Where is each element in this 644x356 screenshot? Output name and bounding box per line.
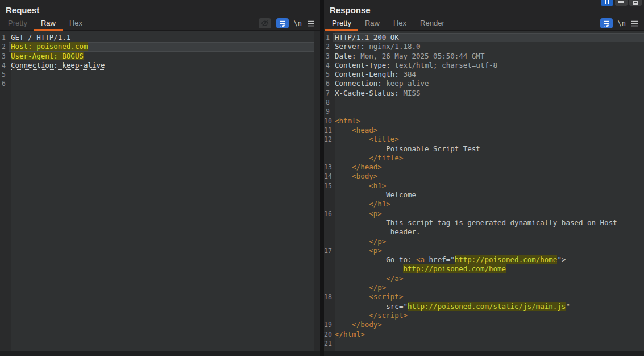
code-segment: Connection: xyxy=(335,79,382,88)
line-number: 8 xyxy=(324,98,333,107)
code-line[interactable]: 1GET / HTTP/1.1 xyxy=(0,33,320,42)
code-line[interactable]: 3Date: Mon, 26 May 2025 05:50:44 GMT xyxy=(324,52,644,61)
code-line[interactable]: </script> xyxy=(324,311,644,320)
code-text: Content-Type: text/html; charset=utf-8 xyxy=(333,61,644,70)
code-line[interactable]: 4Connection: keep-alive xyxy=(0,61,320,70)
highlighted-text: User-Agent: BOGUS xyxy=(11,52,84,60)
request-tab-hex[interactable]: Hex xyxy=(63,17,89,31)
soft-wrap-button[interactable] xyxy=(276,18,289,28)
pause-icon xyxy=(605,0,609,6)
minimize-button[interactable] xyxy=(615,0,628,6)
request-tab-pretty[interactable]: Pretty xyxy=(1,17,34,31)
newline-toggle[interactable]: \n xyxy=(294,19,302,27)
visibility-off-button[interactable] xyxy=(259,18,271,28)
code-line[interactable]: 20</html> xyxy=(324,330,644,339)
code-line[interactable]: 12 <title> xyxy=(324,135,644,144)
code-text: </p> xyxy=(333,237,644,246)
response-horizontal-scrollbar[interactable] xyxy=(324,351,644,356)
line-number: 5 xyxy=(0,70,9,79)
response-tab-pretty[interactable]: Pretty xyxy=(325,17,358,31)
code-text: <html> xyxy=(333,117,644,126)
code-segment: Content-Type: xyxy=(335,61,390,69)
request-vertical-scrollbar[interactable] xyxy=(314,31,320,351)
code-segment xyxy=(335,283,369,292)
request-editor[interactable]: 1GET / HTTP/1.12Host: poisoned.com3User-… xyxy=(0,31,320,356)
code-line[interactable]: 6 xyxy=(0,79,320,88)
request-header: Request Pretty Raw Hex \n xyxy=(0,0,320,31)
code-segment: src=" xyxy=(335,302,408,311)
code-line[interactable]: </h1> xyxy=(324,200,644,209)
code-line[interactable]: Go to: <a href="http://poisoned.com/home… xyxy=(324,255,644,264)
code-segment: keep-alive xyxy=(382,79,429,88)
eye-off-icon xyxy=(261,20,269,27)
code-text: http://poisoned.com/home xyxy=(333,264,644,274)
request-toolbar: \n xyxy=(259,18,314,28)
menu-icon[interactable] xyxy=(631,20,638,27)
code-segment: Date: xyxy=(335,52,356,60)
response-tab-hex[interactable]: Hex xyxy=(387,17,413,31)
code-line[interactable]: </a> xyxy=(324,274,644,283)
code-line[interactable]: 2Host: poisoned.com xyxy=(0,42,320,51)
line-number: 19 xyxy=(324,320,333,329)
code-line[interactable]: Welcome xyxy=(324,191,644,200)
code-line[interactable]: 10<html> xyxy=(324,117,644,126)
line-number: 4 xyxy=(324,61,333,70)
code-line[interactable]: 6Connection: keep-alive xyxy=(324,79,644,88)
request-horizontal-scrollbar[interactable] xyxy=(0,351,320,356)
menu-icon[interactable] xyxy=(307,20,314,27)
code-line[interactable]: </p> xyxy=(324,283,644,292)
code-text: <h1> xyxy=(333,181,644,191)
newline-toggle[interactable]: \n xyxy=(618,19,626,27)
code-line[interactable]: 16 <p> xyxy=(324,209,644,218)
code-segment: Welcome xyxy=(335,191,416,199)
code-segment: </title> xyxy=(369,154,403,162)
line-number: 7 xyxy=(324,89,333,98)
request-tab-raw[interactable]: Raw xyxy=(34,17,63,31)
code-segment xyxy=(335,154,369,162)
code-line[interactable]: </title> xyxy=(324,154,644,163)
code-line[interactable]: 5Content-Length: 384 xyxy=(324,70,644,79)
code-text xyxy=(333,339,644,348)
code-line[interactable]: src="http://poisoned.com/static/js/main.… xyxy=(324,302,644,311)
code-line[interactable]: 21 xyxy=(324,339,644,348)
line-number: 18 xyxy=(324,292,333,301)
code-line[interactable]: 14 <body> xyxy=(324,172,644,181)
code-line[interactable]: 17 <p> xyxy=(324,246,644,255)
code-line[interactable]: 18 <script> xyxy=(324,292,644,301)
code-line[interactable]: 15 <h1> xyxy=(324,181,644,191)
code-line[interactable]: 1HTTP/1.1 200 OK xyxy=(324,33,644,42)
code-segment: Go to: xyxy=(335,255,416,264)
code-line[interactable]: header. xyxy=(324,227,644,237)
code-line[interactable]: 9 xyxy=(324,107,644,116)
line-number xyxy=(324,302,333,311)
code-segment xyxy=(335,311,369,320)
code-line[interactable]: 4Content-Type: text/html; charset=utf-8 xyxy=(324,61,644,70)
line-number xyxy=(324,274,333,283)
code-line[interactable]: 13 </head> xyxy=(324,163,644,172)
code-segment: <title> xyxy=(369,135,399,143)
code-segment: Mon, 26 May 2025 05:50:44 GMT xyxy=(356,52,485,60)
code-line[interactable]: http://poisoned.com/home xyxy=(324,264,644,274)
code-line[interactable]: </p> xyxy=(324,237,644,246)
code-text: </a> xyxy=(333,274,644,283)
code-line[interactable]: 7X-Cache-Status: MISS xyxy=(324,89,644,98)
code-segment: <p> xyxy=(369,246,382,255)
code-text: <body> xyxy=(333,172,644,181)
code-line[interactable]: 8 xyxy=(324,98,644,107)
soft-wrap-button[interactable] xyxy=(600,18,613,28)
response-tab-render[interactable]: Render xyxy=(413,17,451,31)
code-line[interactable]: This script tag is generated dynamically… xyxy=(324,218,644,227)
pause-button[interactable] xyxy=(601,0,613,6)
code-line[interactable]: 2Server: nginx/1.18.0 xyxy=(324,42,644,51)
response-editor[interactable]: 1HTTP/1.1 200 OK2Server: nginx/1.18.03Da… xyxy=(324,31,644,356)
line-number: 13 xyxy=(324,163,333,172)
code-segment: GET / HTTP/1.1 xyxy=(11,33,70,42)
code-line[interactable]: 11 <head> xyxy=(324,126,644,135)
panel-divider[interactable] xyxy=(320,0,324,356)
response-tab-raw[interactable]: Raw xyxy=(358,17,387,31)
code-line[interactable]: 19 </body> xyxy=(324,320,644,329)
code-line[interactable]: 5 xyxy=(0,70,320,79)
code-line[interactable]: Poisonable Script Test xyxy=(324,144,644,154)
maximize-button[interactable] xyxy=(629,0,642,6)
code-line[interactable]: 3User-Agent: BOGUS xyxy=(0,52,320,61)
